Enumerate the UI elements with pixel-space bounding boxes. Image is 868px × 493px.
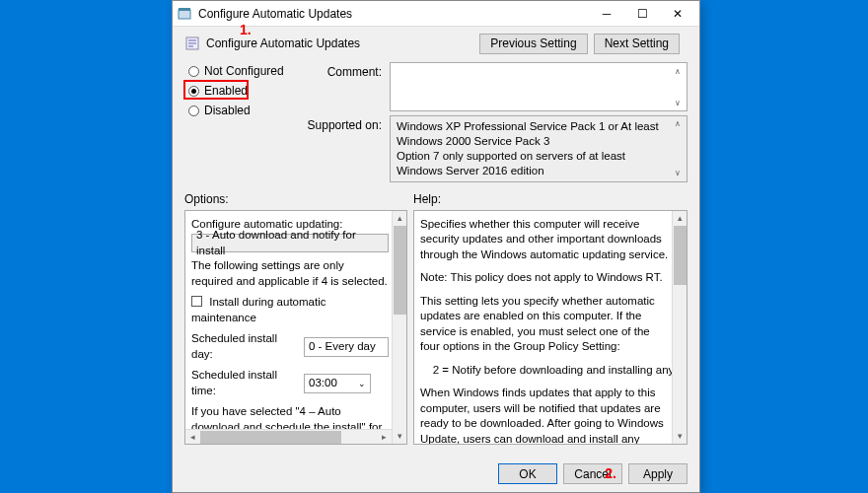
help-paragraph: 2 = Notify before downloading and instal…: [420, 363, 669, 379]
titlebar[interactable]: Configure Automatic Updates ─ ☐ ✕: [173, 1, 699, 27]
supported-label: Supported on:: [307, 115, 382, 132]
desktop: Configure Automatic Updates ─ ☐ ✕ Config…: [0, 0, 868, 493]
config-updating-dropdown[interactable]: 3 - Auto download and notify for install: [191, 234, 389, 252]
options-pane: Configure automatic updating: 3 - Auto d…: [184, 210, 407, 445]
dialog-button-row: OK Cancel Apply 2.: [498, 463, 687, 484]
help-label: Help:: [413, 192, 441, 206]
chevron-down-icon: ⌄: [358, 378, 366, 389]
spinner[interactable]: ∧: [671, 65, 685, 77]
scrollbar-vertical[interactable]: ▴ ▾: [672, 211, 687, 444]
ok-button[interactable]: OK: [498, 463, 557, 484]
help-pane: Specifies whether this computer will rec…: [413, 210, 687, 445]
options-note: The following settings are only required…: [191, 258, 389, 289]
checkbox-icon: [191, 296, 202, 307]
spinner[interactable]: ∨: [671, 168, 685, 179]
app-icon: [177, 6, 192, 22]
state-radio-group: Not Configured Enabled Disabled 1.: [188, 62, 297, 182]
minimize-button[interactable]: ─: [589, 2, 624, 26]
radio-disabled[interactable]: Disabled: [188, 104, 297, 117]
annotation-1: 1.: [240, 22, 252, 37]
svg-rect-1: [179, 8, 190, 11]
radio-enabled[interactable]: Enabled: [188, 84, 297, 98]
help-paragraph: Note: This policy does not apply to Wind…: [420, 270, 669, 286]
install-day-label: Scheduled install day:: [191, 331, 298, 362]
options-label: Options:: [184, 192, 413, 206]
subheader-label: Configure Automatic Updates: [206, 36, 479, 50]
apply-button[interactable]: Apply: [628, 463, 687, 484]
next-setting-button[interactable]: Next Setting: [594, 34, 680, 54]
spinner[interactable]: ∨: [671, 97, 685, 108]
radio-label: Not Configured: [204, 64, 284, 78]
comment-textarea[interactable]: ∧ ∨: [390, 62, 687, 111]
radio-icon: [188, 66, 199, 77]
install-day-input[interactable]: 0 - Every day: [304, 337, 389, 357]
radio-not-configured[interactable]: Not Configured: [188, 64, 297, 78]
annotation-box-1: [183, 80, 249, 100]
install-time-dropdown[interactable]: 03:00 ⌄: [304, 374, 371, 393]
scrollbar-vertical[interactable]: ▴ ▾: [392, 211, 406, 444]
close-button[interactable]: ✕: [660, 2, 695, 26]
dialog-window: Configure Automatic Updates ─ ☐ ✕ Config…: [172, 0, 700, 493]
help-paragraph: Specifies whether this computer will rec…: [420, 217, 669, 263]
policy-icon: [184, 35, 200, 51]
comment-label: Comment:: [307, 62, 382, 79]
maximize-button[interactable]: ☐: [624, 2, 660, 26]
subheader: Configure Automatic Updates Previous Set…: [173, 27, 699, 56]
help-paragraph: This setting lets you specify whether au…: [420, 294, 669, 355]
radio-label: Disabled: [204, 104, 251, 117]
spinner[interactable]: ∧: [671, 118, 685, 130]
install-maintenance-checkbox[interactable]: Install during automatic maintenance: [191, 295, 389, 325]
annotation-2: 2.: [605, 465, 616, 481]
install-time-label: Scheduled install time:: [191, 368, 298, 398]
previous-setting-button[interactable]: Previous Setting: [479, 34, 587, 54]
svg-rect-0: [179, 10, 190, 19]
radio-icon: [188, 106, 199, 116]
window-title: Configure Automatic Updates: [198, 7, 589, 21]
supported-text: Windows XP Professional Service Pack 1 o…: [390, 115, 687, 182]
help-paragraph: When Windows finds updates that apply to…: [420, 386, 669, 444]
scrollbar-horizontal[interactable]: ◂ ▸: [185, 429, 392, 444]
